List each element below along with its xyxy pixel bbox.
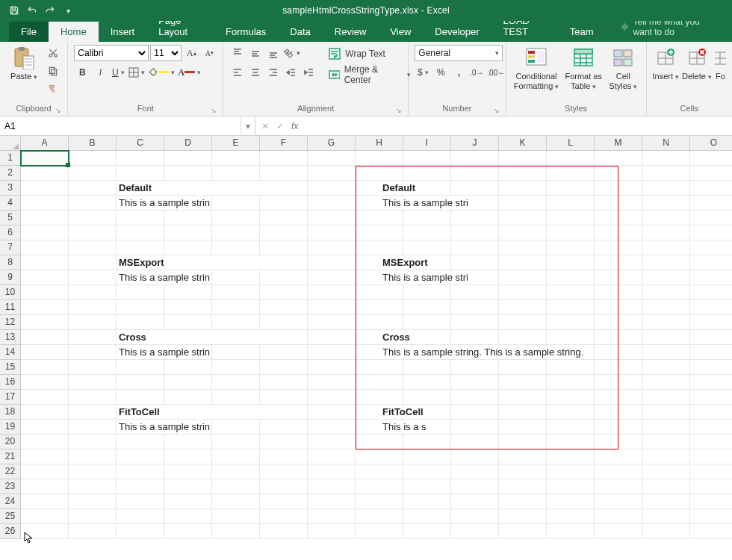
cell-content[interactable]: Default: [117, 181, 308, 196]
row-header[interactable]: 24: [0, 494, 20, 509]
merge-center-button[interactable]: Merge & Center: [325, 66, 415, 84]
row-header[interactable]: 26: [0, 524, 20, 539]
col-header[interactable]: L: [547, 136, 595, 150]
format-painter-button[interactable]: [45, 81, 61, 97]
format-cells-button[interactable]: Fo: [715, 45, 726, 81]
enter-formula-icon[interactable]: ✓: [276, 121, 284, 131]
undo-icon[interactable]: [24, 2, 40, 19]
font-size-combo[interactable]: 11: [150, 45, 182, 61]
row-header[interactable]: 4: [0, 196, 20, 211]
row-header[interactable]: 12: [0, 315, 20, 330]
row-header[interactable]: 17: [0, 390, 20, 405]
row-header[interactable]: 21: [0, 449, 20, 464]
row-header[interactable]: 7: [0, 240, 20, 255]
align-middle-button[interactable]: [247, 45, 264, 61]
row-header[interactable]: 5: [0, 211, 20, 225]
comma-button[interactable]: ,: [450, 64, 467, 81]
row-header[interactable]: 10: [0, 285, 20, 300]
row-header[interactable]: 6: [0, 225, 20, 240]
font-name-combo[interactable]: Calibri: [74, 45, 149, 61]
cell-content[interactable]: MSExport: [117, 255, 308, 270]
tab-file[interactable]: File: [9, 22, 49, 42]
tab-review[interactable]: Review: [323, 22, 379, 42]
row-header[interactable]: 25: [0, 509, 20, 524]
borders-button[interactable]: [128, 64, 146, 81]
tab-team[interactable]: Team: [558, 22, 606, 42]
formula-input[interactable]: [304, 116, 732, 135]
tab-data[interactable]: Data: [278, 22, 322, 42]
increase-decimal-button[interactable]: .0→: [468, 64, 485, 81]
col-header[interactable]: H: [356, 136, 403, 150]
insert-cells-button[interactable]: Insert: [653, 45, 680, 81]
row-header[interactable]: 13: [0, 330, 20, 345]
cell-content[interactable]: This is a sample strin: [117, 345, 212, 360]
cancel-formula-icon[interactable]: ✕: [261, 121, 269, 131]
col-header[interactable]: O: [690, 136, 732, 150]
dialog-launcher-icon[interactable]: ↘: [211, 107, 217, 114]
increase-indent-button[interactable]: [301, 64, 317, 81]
increase-font-button[interactable]: A▴: [183, 45, 199, 61]
tab-home[interactable]: Home: [49, 22, 99, 42]
row-header[interactable]: 14: [0, 345, 20, 360]
cell-styles-button[interactable]: Cell Styles: [607, 45, 639, 90]
font-color-button[interactable]: A: [177, 64, 202, 81]
percent-button[interactable]: %: [432, 64, 449, 81]
tab-formulas[interactable]: Formulas: [214, 22, 278, 42]
row-header[interactable]: 19: [0, 420, 20, 435]
row-header[interactable]: 3: [0, 181, 20, 196]
align-center-button[interactable]: [247, 64, 264, 81]
row-headers[interactable]: 1234567891011121314151617181920212223242…: [0, 151, 21, 539]
decrease-indent-button[interactable]: [283, 64, 300, 81]
align-bottom-button[interactable]: [265, 45, 282, 61]
col-header[interactable]: G: [308, 136, 356, 150]
qat-customize-icon[interactable]: ▾: [60, 2, 76, 19]
number-format-combo[interactable]: General: [415, 45, 503, 61]
align-right-button[interactable]: [265, 64, 282, 81]
col-header[interactable]: C: [117, 136, 164, 150]
row-header[interactable]: 2: [0, 166, 20, 181]
dialog-launcher-icon[interactable]: ↘: [396, 107, 402, 114]
row-header[interactable]: 22: [0, 464, 20, 479]
italic-button[interactable]: I: [92, 64, 108, 81]
col-header[interactable]: A: [21, 136, 69, 150]
col-header[interactable]: I: [403, 136, 451, 150]
col-header[interactable]: M: [595, 136, 642, 150]
row-header[interactable]: 15: [0, 360, 20, 375]
bold-button[interactable]: B: [74, 64, 90, 81]
copy-button[interactable]: [45, 63, 61, 79]
save-icon[interactable]: [6, 2, 22, 19]
row-header[interactable]: 11: [0, 300, 20, 315]
fx-icon[interactable]: fx: [291, 121, 298, 131]
dialog-launcher-icon[interactable]: ↘: [55, 107, 61, 114]
conditional-formatting-button[interactable]: Conditional Formatting: [512, 45, 561, 90]
cell-content[interactable]: Cross: [117, 330, 308, 345]
cell-content[interactable]: This is a sample strin: [117, 196, 212, 211]
name-box-input[interactable]: [0, 121, 241, 131]
fill-color-button[interactable]: [147, 64, 176, 81]
row-header[interactable]: 20: [0, 435, 20, 449]
accounting-format-button[interactable]: $: [415, 64, 431, 81]
wrap-text-button[interactable]: Wrap Text: [325, 45, 407, 63]
cut-button[interactable]: [45, 45, 61, 61]
align-left-button[interactable]: [229, 64, 246, 81]
row-header[interactable]: 1: [0, 151, 20, 166]
col-header[interactable]: K: [499, 136, 547, 150]
row-header[interactable]: 8: [0, 255, 20, 270]
column-headers[interactable]: ABCDEFGHIJKLMNO: [21, 136, 732, 151]
dialog-launcher-icon[interactable]: ↘: [494, 107, 500, 114]
orientation-button[interactable]: ab: [283, 45, 300, 61]
tab-view[interactable]: View: [378, 22, 423, 42]
tab-insert[interactable]: Insert: [99, 22, 147, 42]
name-box-dropdown-icon[interactable]: ▾: [241, 117, 255, 135]
col-header[interactable]: E: [212, 136, 260, 150]
col-header[interactable]: F: [260, 136, 308, 150]
col-header[interactable]: B: [69, 136, 117, 150]
tab-developer[interactable]: Developer: [423, 22, 491, 42]
row-header[interactable]: 9: [0, 270, 20, 285]
underline-button[interactable]: U: [110, 64, 126, 81]
worksheet-grid[interactable]: ABCDEFGHIJKLMNO 123456789101112131415161…: [0, 136, 732, 560]
decrease-decimal-button[interactable]: .00←: [486, 64, 506, 81]
col-header[interactable]: D: [164, 136, 212, 150]
cell-content[interactable]: This is a sample strin: [117, 420, 212, 435]
row-header[interactable]: 16: [0, 375, 20, 390]
